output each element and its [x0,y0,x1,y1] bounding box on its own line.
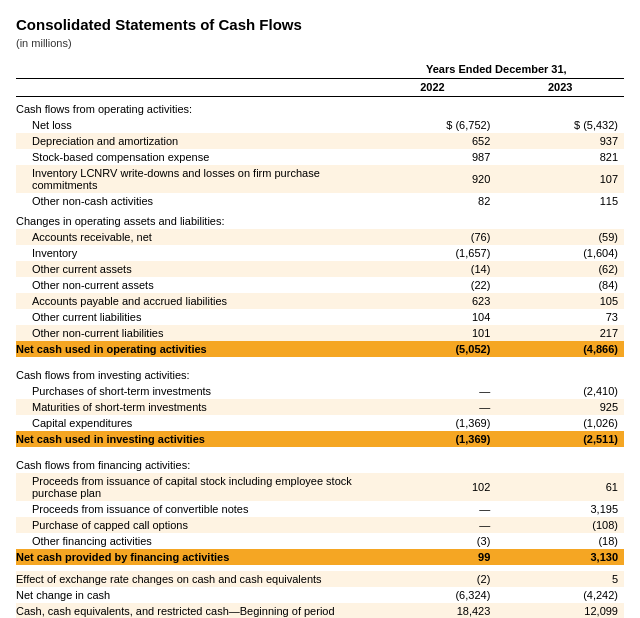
row-val2: 115 [496,193,624,209]
row-val1: (2) [369,571,497,587]
row-label: Maturities of short-term investments [16,399,369,415]
row-val1: (1,657) [369,245,497,261]
highlight-label: Net cash used in investing activities [16,431,369,447]
table-row: Other non-current liabilities 101 217 [16,325,624,341]
table-row: Maturities of short-term investments — 9… [16,399,624,415]
row-label: Cash, cash equivalents, and restricted c… [16,603,369,618]
section-header-row: Cash flows from financing activities: [16,453,624,473]
row-val1: 987 [369,149,497,165]
row-val2: 821 [496,149,624,165]
table-row: Inventory (1,657) (1,604) [16,245,624,261]
row-val2: (59) [496,229,624,245]
row-val2: (18) [496,533,624,549]
row-val1: 82 [369,193,497,209]
row-label: Net change in cash [16,587,369,603]
row-val2: 3,195 [496,501,624,517]
table-row: Inventory LCNRV write-downs and losses o… [16,165,624,193]
col2-header: 2023 [496,79,624,97]
section-header-row: Changes in operating assets and liabilit… [16,209,624,229]
row-val2: 937 [496,133,624,149]
row-label: Effect of exchange rate changes on cash … [16,571,369,587]
row-val1: — [369,501,497,517]
row-val1: (22) [369,277,497,293]
table-row: Other non-current assets (22) (84) [16,277,624,293]
row-val2: (1,026) [496,415,624,431]
highlight-val2: (2,511) [496,431,624,447]
period-header-row: Years Ended December 31, [16,61,624,79]
row-val1: 623 [369,293,497,309]
row-label: Accounts payable and accrued liabilities [16,293,369,309]
row-val2: 12,099 [496,603,624,618]
row-label: Other non-cash activities [16,193,369,209]
row-val2: 925 [496,399,624,415]
row-val1: 920 [369,165,497,193]
highlight-row: Net cash provided by financing activitie… [16,549,624,565]
row-label: Inventory [16,245,369,261]
section-header-row: Cash flows from investing activities: [16,363,624,383]
col1-header: 2022 [369,79,497,97]
row-label: Inventory LCNRV write-downs and losses o… [16,165,369,193]
section-header-row: Cash flows from operating activities: [16,97,624,118]
row-val1: 101 [369,325,497,341]
table-row: Cash, cash equivalents, and restricted c… [16,603,624,618]
table-row: Accounts receivable, net (76) (59) [16,229,624,245]
row-val1: (3) [369,533,497,549]
page-title: Consolidated Statements of Cash Flows [16,16,624,33]
label-header [16,79,369,97]
row-label: Capital expenditures [16,415,369,431]
row-val1: — [369,517,497,533]
row-label: Other current assets [16,261,369,277]
row-val1: — [369,383,497,399]
highlight-val1: (1,369) [369,431,497,447]
empty-header [16,61,369,79]
highlight-val2: (4,866) [496,341,624,357]
row-val2: 217 [496,325,624,341]
row-val1: 18,423 [369,603,497,618]
table-row: Depreciation and amortization 652 937 [16,133,624,149]
row-label: Other current liabilities [16,309,369,325]
table-row: Proceeds from issuance of convertible no… [16,501,624,517]
table-row: Effect of exchange rate changes on cash … [16,571,624,587]
row-val2: (4,242) [496,587,624,603]
row-val1: $ (6,752) [369,117,497,133]
table-row: Stock-based compensation expense 987 821 [16,149,624,165]
row-val1: (1,369) [369,415,497,431]
row-val2: (108) [496,517,624,533]
table-row: Net loss $ (6,752) $ (5,432) [16,117,624,133]
row-label: Other non-current assets [16,277,369,293]
row-label: Depreciation and amortization [16,133,369,149]
row-label: Stock-based compensation expense [16,149,369,165]
row-val1: — [369,399,497,415]
column-header-row: 2022 2023 [16,79,624,97]
table-row: Net change in cash (6,324) (4,242) [16,587,624,603]
table-row: Proceeds from issuance of capital stock … [16,473,624,501]
row-label: Purchases of short-term investments [16,383,369,399]
row-label: Other non-current liabilities [16,325,369,341]
table-row: Other non-cash activities 82 115 [16,193,624,209]
table-row: Purchase of capped call options — (108) [16,517,624,533]
row-val2: $ (5,432) [496,117,624,133]
row-label: Purchase of capped call options [16,517,369,533]
row-label: Accounts receivable, net [16,229,369,245]
table-row: Other financing activities (3) (18) [16,533,624,549]
table-row: Other current assets (14) (62) [16,261,624,277]
row-val2: (2,410) [496,383,624,399]
row-label: Other financing activities [16,533,369,549]
table-row: Purchases of short-term investments — (2… [16,383,624,399]
table-row: Other current liabilities 104 73 [16,309,624,325]
highlight-row: Net cash used in operating activities (5… [16,341,624,357]
row-label: Net loss [16,117,369,133]
row-val2: 105 [496,293,624,309]
row-val2: (1,604) [496,245,624,261]
row-val2: (84) [496,277,624,293]
row-label: Proceeds from issuance of capital stock … [16,473,369,501]
row-label: Proceeds from issuance of convertible no… [16,501,369,517]
row-val1: 652 [369,133,497,149]
period-label: Years Ended December 31, [369,61,624,79]
table-row: Capital expenditures (1,369) (1,026) [16,415,624,431]
row-val1: 104 [369,309,497,325]
row-val2: 61 [496,473,624,501]
row-val2: 107 [496,165,624,193]
highlight-label: Net cash used in operating activities [16,341,369,357]
highlight-val1: (5,052) [369,341,497,357]
